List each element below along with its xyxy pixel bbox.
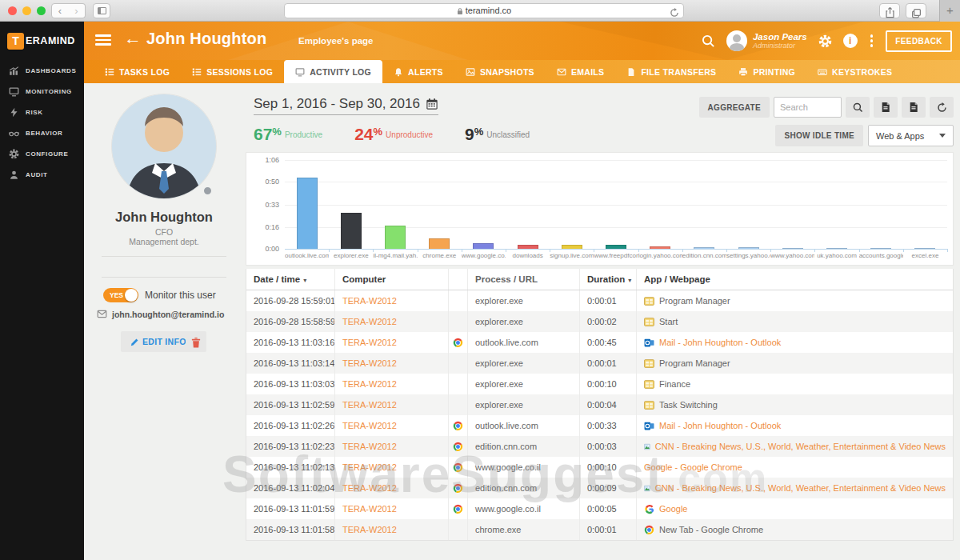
app-webpage-link[interactable]: Google - Google Chrome xyxy=(644,462,742,472)
app-webpage-link[interactable]: CNN - Breaking News, U.S., World, Weathe… xyxy=(655,483,946,493)
computer-link[interactable]: TERA-W2012 xyxy=(342,442,397,451)
table-row[interactable]: 2016-09-13 11:02:04 TERA-W2012 edition.c… xyxy=(246,478,953,498)
cell-datetime: 2016-09-13 11:01:59 xyxy=(246,498,335,519)
chart-bar[interactable] xyxy=(341,213,362,249)
share-button[interactable] xyxy=(879,3,900,18)
sidebar-item-behavior[interactable]: BEHAVIOR xyxy=(0,122,84,143)
keyboard-icon xyxy=(818,67,827,77)
app-webpage-link[interactable]: CNN - Breaking News, U.S., World, Weathe… xyxy=(655,442,946,451)
tab-activity-log[interactable]: ACTIVITY LOG xyxy=(284,60,382,83)
show-idle-time-button[interactable]: SHOW IDLE TIME xyxy=(775,125,863,146)
webapps-filter-select[interactable]: Web & Apps xyxy=(868,125,954,146)
feedback-button[interactable]: FEEDBACK xyxy=(886,30,952,52)
cell-computer: TERA-W2012 xyxy=(335,478,449,498)
chart-bar[interactable] xyxy=(385,226,406,249)
content: John Houghton CFO Management dept. YES M… xyxy=(84,83,960,560)
tab-overview-button[interactable] xyxy=(906,3,926,18)
computer-link[interactable]: TERA-W2012 xyxy=(342,296,397,306)
sidebar-item-configure[interactable]: CONFIGURE xyxy=(0,143,84,164)
export-pdf-button[interactable] xyxy=(874,97,898,118)
cell-process: outlook.live.com xyxy=(468,332,580,353)
sidebar-item-monitoring[interactable]: MONITORING xyxy=(0,81,84,102)
table-row[interactable]: 2016-09-28 15:59:01 TERA-W2012 explorer.… xyxy=(246,290,953,311)
cell-datetime: 2016-09-13 11:02:13 xyxy=(246,457,335,478)
delete-user-button[interactable] xyxy=(186,331,206,352)
tab-snapshots[interactable]: SNAPSHOTS xyxy=(454,60,546,83)
table-row[interactable]: 2016-09-13 11:02:26 TERA-W2012 outlook.l… xyxy=(246,415,953,436)
outlook-icon xyxy=(644,338,654,348)
x-axis-label: login.yahoo.com xyxy=(638,252,682,259)
reload-icon[interactable] xyxy=(670,6,679,19)
app-webpage-link[interactable]: Mail - John Houghton - Outlook xyxy=(659,338,781,347)
sidebar-item-risk[interactable]: RISK xyxy=(0,102,84,122)
tab-sessions-log[interactable]: SESSIONS LOG xyxy=(181,60,284,83)
column-header[interactable]: Date / time▾ xyxy=(246,269,335,290)
tab-alerts[interactable]: ALERTS xyxy=(382,60,454,83)
chart-bar[interactable] xyxy=(429,238,450,250)
date-range-picker[interactable]: Sep 1, 2016 - Sep 30, 2016 xyxy=(254,96,438,115)
monitor-toggle[interactable]: YES xyxy=(103,288,138,302)
table-row[interactable]: 2016-09-13 11:01:58 TERA-W2012 chrome.ex… xyxy=(246,519,953,540)
computer-link[interactable]: TERA-W2012 xyxy=(342,379,397,389)
back-arrow-icon[interactable]: ← xyxy=(124,28,142,49)
tab-emails[interactable]: EMAILS xyxy=(546,60,615,83)
table-row[interactable]: 2016-09-13 11:01:59 TERA-W2012 www.googl… xyxy=(246,498,953,519)
table-row[interactable]: 2016-09-13 11:02:23 TERA-W2012 edition.c… xyxy=(246,436,953,457)
employee-dept: Management dept. xyxy=(84,237,244,246)
chart-bar[interactable] xyxy=(473,243,494,249)
maximize-window-button[interactable] xyxy=(37,6,46,15)
column-header[interactable]: Process / URL xyxy=(468,269,580,290)
sidebar-item-dashboards[interactable]: DASHBOARDS xyxy=(0,60,84,81)
browser-forward-button[interactable]: › xyxy=(68,3,86,18)
table-row[interactable]: 2016-09-13 11:02:13 TERA-W2012 www.googl… xyxy=(246,457,953,478)
user-role: Administrator xyxy=(753,42,807,50)
search-button[interactable] xyxy=(846,97,870,118)
more-options-icon[interactable] xyxy=(869,33,875,49)
computer-link[interactable]: TERA-W2012 xyxy=(342,504,397,514)
tab-tasks-log[interactable]: TASKS LOG xyxy=(94,60,181,83)
computer-link[interactable]: TERA-W2012 xyxy=(342,421,397,430)
computer-link[interactable]: TERA-W2012 xyxy=(342,462,397,472)
search-input[interactable] xyxy=(774,97,842,118)
column-header[interactable]: App / Webpage xyxy=(637,269,953,290)
search-icon[interactable] xyxy=(702,34,715,48)
table-row[interactable]: 2016-09-13 11:03:03 TERA-W2012 explorer.… xyxy=(246,374,953,394)
computer-link[interactable]: TERA-W2012 xyxy=(342,317,397,326)
tab-keystrokes[interactable]: KEYSTROKES xyxy=(806,60,903,83)
table-row[interactable]: 2016-09-13 11:02:59 TERA-W2012 explorer.… xyxy=(246,394,953,415)
photo-badge-icon[interactable] xyxy=(202,186,213,196)
edit-info-button[interactable]: EDIT INFO xyxy=(121,331,196,352)
teramind-logo[interactable]: T ERAMIND xyxy=(0,22,84,60)
new-tab-button[interactable]: + xyxy=(939,0,960,22)
computer-link[interactable]: TERA-W2012 xyxy=(342,525,397,534)
menu-icon[interactable] xyxy=(95,34,111,48)
tab-file-transfers[interactable]: FILE TRANSFERS xyxy=(615,60,727,83)
table-row[interactable]: 2016-09-28 15:58:59 TERA-W2012 explorer.… xyxy=(246,311,953,332)
info-icon[interactable]: i xyxy=(843,34,858,48)
browser-sidebar-button[interactable] xyxy=(93,3,110,18)
table-row[interactable]: 2016-09-13 11:03:16 TERA-W2012 outlook.l… xyxy=(246,332,953,353)
table-row[interactable]: 2016-09-13 11:03:14 TERA-W2012 explorer.… xyxy=(246,353,953,374)
sidebar-item-audit[interactable]: AUDIT xyxy=(0,164,84,185)
export-xls-button[interactable] xyxy=(902,97,926,118)
refresh-button[interactable] xyxy=(930,97,954,118)
minimize-window-button[interactable] xyxy=(22,6,31,15)
browser-back-button[interactable]: ‹ xyxy=(51,3,69,18)
gear-icon[interactable] xyxy=(818,34,832,48)
aggregate-button[interactable]: AGGREGATE xyxy=(699,97,770,118)
address-bar[interactable]: teramind.co xyxy=(284,3,684,18)
computer-link[interactable]: TERA-W2012 xyxy=(342,358,397,368)
tab-label: EMAILS xyxy=(571,67,604,77)
user-menu[interactable]: Jason Pears Administrator xyxy=(726,30,807,51)
tab-printing[interactable]: PRINTING xyxy=(727,60,806,83)
column-header[interactable]: Duration▾ xyxy=(580,269,637,290)
computer-link[interactable]: TERA-W2012 xyxy=(342,400,397,410)
column-header[interactable] xyxy=(449,269,468,290)
computer-link[interactable]: TERA-W2012 xyxy=(342,483,397,493)
app-webpage-link[interactable]: Mail - John Houghton - Outlook xyxy=(659,421,781,430)
app-webpage-link[interactable]: Google xyxy=(659,504,687,514)
chart-bar[interactable] xyxy=(297,178,318,249)
column-header[interactable]: Computer xyxy=(335,269,449,290)
close-window-button[interactable] xyxy=(8,6,17,15)
computer-link[interactable]: TERA-W2012 xyxy=(342,338,397,347)
